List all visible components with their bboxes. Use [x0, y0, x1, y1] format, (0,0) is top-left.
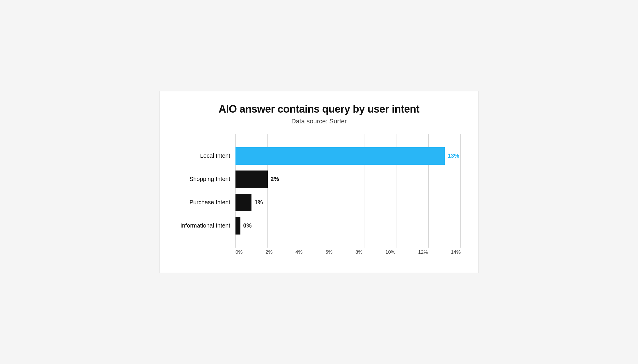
x-axis-labels: 0%2%4%6%8%10%12%14%: [235, 249, 461, 255]
bars-container: Local Intent13%Shopping Intent2%Purchase…: [177, 144, 461, 237]
bar-value-1: 2%: [271, 176, 279, 182]
bars-section: Local Intent13%Shopping Intent2%Purchase…: [177, 134, 461, 248]
bar-track-2: 1%: [235, 194, 461, 211]
x-axis: 0%2%4%6%8%10%12%14%: [177, 249, 461, 255]
bar-label-2: Purchase Intent: [177, 199, 235, 206]
bar-row-3: Informational Intent0%: [177, 214, 461, 237]
x-axis-label-7: 14%: [451, 249, 461, 255]
chart-container: AIO answer contains query by user intent…: [160, 91, 478, 273]
x-axis-label-3: 6%: [325, 249, 333, 255]
bar-label-3: Informational Intent: [177, 222, 235, 229]
chart-subtitle: Data source: Surfer: [177, 118, 461, 125]
x-axis-label-0: 0%: [235, 249, 243, 255]
bar-value-2: 1%: [254, 199, 263, 206]
x-axis-label-2: 4%: [295, 249, 303, 255]
x-axis-label-6: 12%: [418, 249, 428, 255]
bar-fill-0: [235, 147, 445, 165]
bar-fill-1: [235, 171, 268, 188]
x-axis-label-4: 8%: [355, 249, 363, 255]
bar-row-2: Purchase Intent1%: [177, 191, 461, 214]
x-axis-label-5: 10%: [385, 249, 395, 255]
chart-area: Local Intent13%Shopping Intent2%Purchase…: [177, 134, 461, 255]
x-axis-label-1: 2%: [265, 249, 273, 255]
chart-title: AIO answer contains query by user intent: [177, 103, 461, 115]
bar-fill-3: [235, 217, 240, 235]
bar-track-3: 0%: [235, 217, 461, 235]
bar-fill-2: [235, 194, 251, 211]
bar-row-0: Local Intent13%: [177, 144, 461, 168]
bar-track-1: 2%: [235, 171, 461, 188]
bar-row-1: Shopping Intent2%: [177, 168, 461, 191]
bar-label-0: Local Intent: [177, 152, 235, 159]
bar-track-0: 13%: [235, 147, 461, 165]
bar-value-0: 13%: [448, 152, 459, 159]
bar-value-3: 0%: [243, 222, 252, 229]
bar-label-1: Shopping Intent: [177, 176, 235, 182]
